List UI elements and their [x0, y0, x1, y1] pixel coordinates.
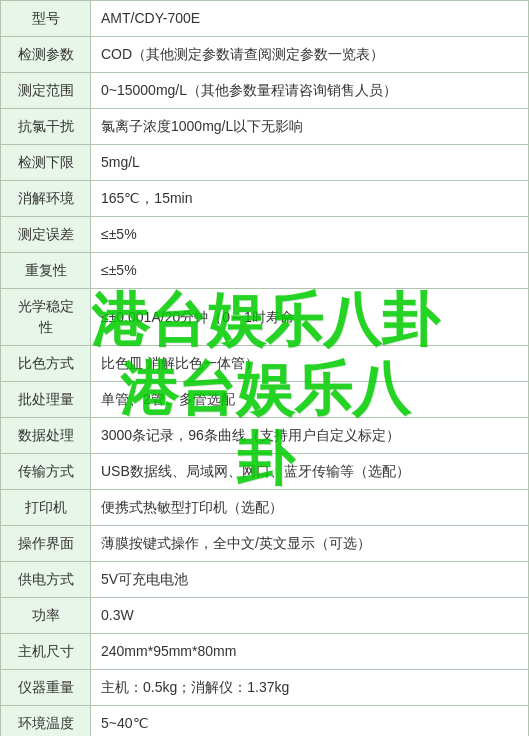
- row-label: 环境温度: [1, 706, 91, 737]
- table-row: 批处理量单管、2管、多管选配: [1, 382, 529, 418]
- row-label: 供电方式: [1, 562, 91, 598]
- row-label: 批处理量: [1, 382, 91, 418]
- table-row: 环境温度5~40℃: [1, 706, 529, 737]
- row-value: 氯离子浓度1000mg/L以下无影响: [91, 109, 529, 145]
- row-value: 5V可充电电池: [91, 562, 529, 598]
- table-row: 测定范围0~15000mg/L（其他参数量程请咨询销售人员）: [1, 73, 529, 109]
- row-value: 0~15000mg/L（其他参数量程请咨询销售人员）: [91, 73, 529, 109]
- spec-table: 型号AMT/CDY-700E检测参数COD（其他测定参数请查阅测定参数一览表）测…: [0, 0, 529, 736]
- table-row: 抗氯干扰氯离子浓度1000mg/L以下无影响: [1, 109, 529, 145]
- row-label: 检测参数: [1, 37, 91, 73]
- row-value: AMT/CDY-700E: [91, 1, 529, 37]
- row-label: 比色方式: [1, 346, 91, 382]
- row-value: ≤±5%: [91, 217, 529, 253]
- row-label: 测定范围: [1, 73, 91, 109]
- row-value: ≤±5%: [91, 253, 529, 289]
- table-row: 检测下限5mg/L: [1, 145, 529, 181]
- row-value: ≤±0.001A/20分钟（0～1时寿命: [91, 289, 529, 346]
- table-row: 比色方式比色皿 消解比色一体管）: [1, 346, 529, 382]
- row-label: 传输方式: [1, 454, 91, 490]
- table-row: 仪器重量主机：0.5kg；消解仪：1.37kg: [1, 670, 529, 706]
- row-value: 单管、2管、多管选配: [91, 382, 529, 418]
- row-label: 型号: [1, 1, 91, 37]
- row-value: 薄膜按键式操作，全中文/英文显示（可选）: [91, 526, 529, 562]
- row-label: 重复性: [1, 253, 91, 289]
- table-row: 消解环境165℃，15min: [1, 181, 529, 217]
- table-row: 打印机便携式热敏型打印机（选配）: [1, 490, 529, 526]
- row-label: 数据处理: [1, 418, 91, 454]
- row-value: 240mm*95mm*80mm: [91, 634, 529, 670]
- row-label: 仪器重量: [1, 670, 91, 706]
- row-label: 打印机: [1, 490, 91, 526]
- table-row: 主机尺寸240mm*95mm*80mm: [1, 634, 529, 670]
- table-row: 数据处理3000条记录，96条曲线（支持用户自定义标定）: [1, 418, 529, 454]
- table-row: 重复性≤±5%: [1, 253, 529, 289]
- row-label: 光学稳定性: [1, 289, 91, 346]
- table-row: 功率0.3W: [1, 598, 529, 634]
- table-row: 传输方式USB数据线、局域网、网口、蓝牙传输等（选配）: [1, 454, 529, 490]
- row-label: 消解环境: [1, 181, 91, 217]
- row-value: 便携式热敏型打印机（选配）: [91, 490, 529, 526]
- table-row: 供电方式5V可充电电池: [1, 562, 529, 598]
- row-value: COD（其他测定参数请查阅测定参数一览表）: [91, 37, 529, 73]
- table-row: 光学稳定性≤±0.001A/20分钟（0～1时寿命: [1, 289, 529, 346]
- table-row: 检测参数COD（其他测定参数请查阅测定参数一览表）: [1, 37, 529, 73]
- table-row: 型号AMT/CDY-700E: [1, 1, 529, 37]
- row-value: 5~40℃: [91, 706, 529, 737]
- row-label: 检测下限: [1, 145, 91, 181]
- row-value: 主机：0.5kg；消解仪：1.37kg: [91, 670, 529, 706]
- row-label: 主机尺寸: [1, 634, 91, 670]
- row-value: 0.3W: [91, 598, 529, 634]
- row-label: 测定误差: [1, 217, 91, 253]
- row-value: 5mg/L: [91, 145, 529, 181]
- row-value: 3000条记录，96条曲线（支持用户自定义标定）: [91, 418, 529, 454]
- row-value: 165℃，15min: [91, 181, 529, 217]
- table-row: 操作界面薄膜按键式操作，全中文/英文显示（可选）: [1, 526, 529, 562]
- table-row: 测定误差≤±5%: [1, 217, 529, 253]
- row-label: 抗氯干扰: [1, 109, 91, 145]
- row-label: 功率: [1, 598, 91, 634]
- row-label: 操作界面: [1, 526, 91, 562]
- row-value: USB数据线、局域网、网口、蓝牙传输等（选配）: [91, 454, 529, 490]
- row-value: 比色皿 消解比色一体管）: [91, 346, 529, 382]
